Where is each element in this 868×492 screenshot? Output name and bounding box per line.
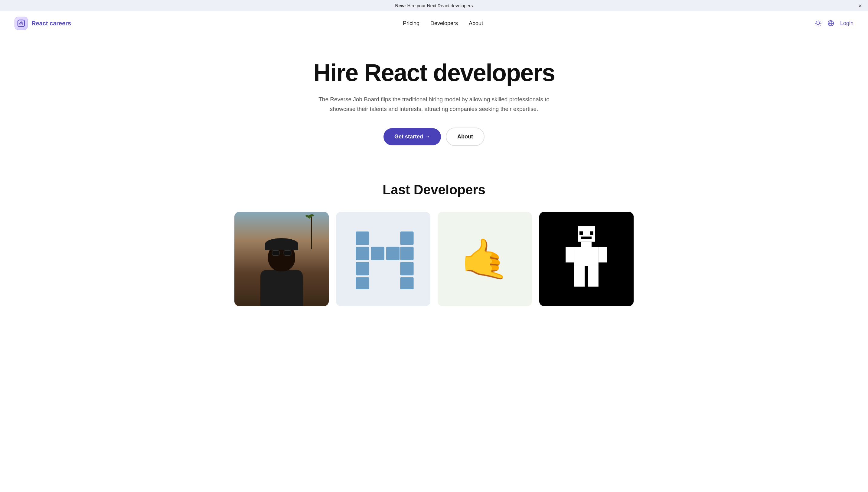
announcement-text: New: Hire your Next React developers (395, 3, 473, 8)
sun-icon (815, 20, 821, 27)
about-button[interactable]: About (446, 127, 485, 146)
svg-rect-15 (356, 277, 369, 289)
theme-toggle-button[interactable] (815, 20, 821, 27)
svg-rect-23 (386, 231, 400, 245)
svg-rect-31 (580, 231, 583, 235)
login-button[interactable]: Login (840, 20, 853, 27)
logo-icon (15, 17, 28, 30)
logo-link[interactable]: React careers (15, 17, 71, 30)
svg-rect-16 (371, 247, 384, 260)
hero-buttons: Get started → About (265, 127, 603, 146)
svg-rect-17 (386, 247, 400, 260)
nav-links: Pricing Developers About (403, 20, 483, 27)
nav-item-pricing: Pricing (403, 20, 420, 27)
svg-rect-19 (400, 247, 414, 260)
svg-line-5 (820, 25, 820, 25)
svg-rect-29 (574, 266, 585, 287)
developer-card-2[interactable] (336, 212, 430, 306)
globe-icon (827, 20, 834, 27)
developer-card-3[interactable]: 🤙 (438, 212, 532, 306)
svg-rect-33 (581, 236, 591, 239)
svg-rect-25 (581, 242, 591, 247)
nav-item-developers: Developers (430, 20, 458, 27)
logo-text: React careers (31, 20, 71, 27)
developers-grid: 🤙 (234, 212, 634, 306)
developer-card-4[interactable] (539, 212, 634, 306)
emoji-boy: 🤙 (460, 239, 509, 279)
svg-rect-22 (371, 231, 384, 245)
developer-card-1[interactable] (234, 212, 329, 306)
announcement-body: Hire your Next React developers (406, 3, 473, 8)
svg-point-1 (817, 22, 819, 24)
svg-rect-20 (400, 262, 414, 275)
developers-section: Last Developers (222, 164, 646, 324)
svg-rect-32 (590, 231, 593, 235)
svg-line-8 (816, 25, 816, 25)
svg-rect-28 (599, 247, 607, 262)
announcement-banner: New: Hire your Next React developers × (0, 0, 868, 11)
svg-rect-26 (574, 247, 599, 266)
hero-subtitle: The Reverse Job Board flips the traditio… (310, 95, 558, 114)
svg-rect-14 (356, 262, 369, 275)
hero-title: Hire React developers (265, 59, 603, 86)
svg-rect-27 (566, 247, 574, 262)
nav-link-developers[interactable]: Developers (430, 20, 458, 26)
language-toggle-button[interactable] (827, 20, 834, 27)
hero-section: Hire React developers The Reverse Job Bo… (253, 35, 615, 164)
announcement-prefix: New: (395, 3, 406, 8)
nav-link-pricing[interactable]: Pricing (403, 20, 420, 26)
svg-rect-13 (356, 247, 369, 260)
nav-actions: Login (815, 20, 853, 27)
svg-rect-18 (400, 231, 414, 245)
nav-link-about[interactable]: About (469, 20, 483, 26)
navbar: React careers Pricing Developers About (0, 11, 868, 35)
nav-item-about: About (469, 20, 483, 27)
svg-rect-30 (588, 266, 599, 287)
announcement-close-button[interactable]: × (858, 3, 862, 9)
svg-rect-12 (356, 231, 369, 245)
get-started-button[interactable]: Get started → (383, 128, 441, 145)
section-title: Last Developers (234, 182, 634, 197)
svg-rect-21 (400, 277, 414, 289)
